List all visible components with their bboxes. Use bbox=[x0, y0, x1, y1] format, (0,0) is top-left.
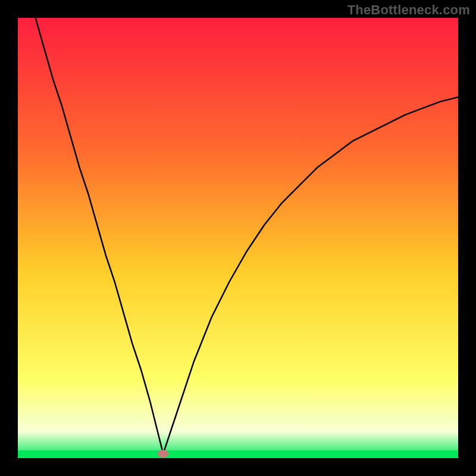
green-bottom-band bbox=[18, 450, 458, 458]
optimal-point-marker bbox=[158, 450, 168, 458]
chart-frame: TheBottleneck.com bbox=[0, 0, 476, 476]
gradient-background bbox=[18, 18, 458, 458]
attribution-label: TheBottleneck.com bbox=[347, 2, 470, 18]
bottleneck-chart bbox=[18, 18, 458, 458]
